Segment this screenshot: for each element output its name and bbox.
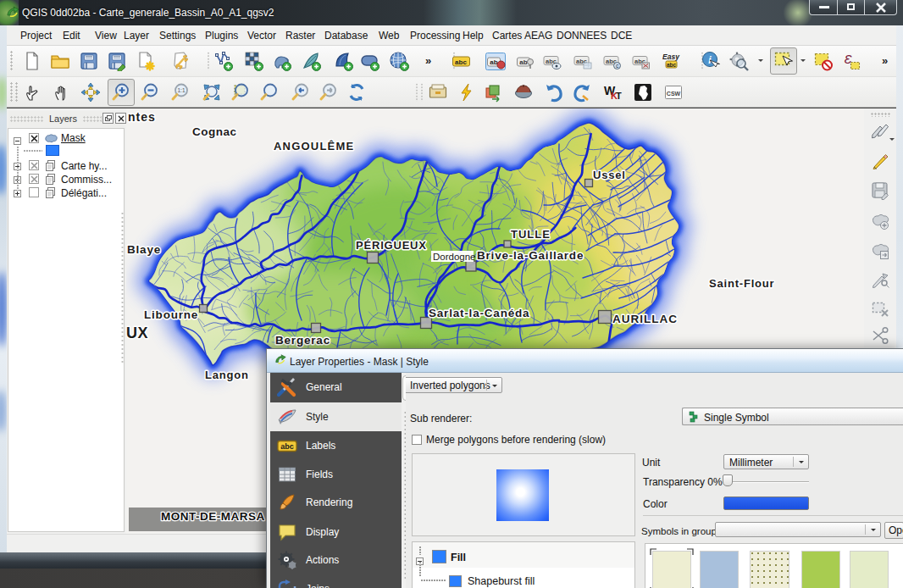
svg-text:MONT-DE-MARSA: MONT-DE-MARSA (161, 510, 265, 523)
svg-text:Bergerac: Bergerac (275, 334, 330, 347)
svg-text:ab: ab (490, 58, 497, 66)
svg-text:Blaye: Blaye (127, 243, 161, 256)
svg-text:abc: abc (667, 62, 677, 68)
svg-text:»: » (425, 54, 431, 67)
svg-text:Saint-Flour: Saint-Flour (709, 277, 774, 290)
svg-text:abc: abc (280, 442, 294, 451)
svg-text:1:1: 1:1 (177, 87, 185, 93)
svg-text:Libourne: Libourne (144, 308, 198, 321)
svg-text:AURILLAC: AURILLAC (612, 313, 678, 325)
svg-text:PÉRIGUEUX: PÉRIGUEUX (356, 239, 427, 252)
svg-text:Ussel: Ussel (593, 169, 626, 181)
svg-text:ntes: ntes (128, 110, 156, 124)
svg-text:»: » (882, 54, 888, 67)
svg-text:Easy: Easy (662, 53, 680, 61)
svg-text:Langon: Langon (205, 369, 249, 381)
svg-text:ANGOULÊME: ANGOULÊME (274, 140, 354, 153)
svg-text:CSW: CSW (667, 91, 681, 97)
svg-text:UX: UX (126, 325, 148, 341)
svg-text:abc: abc (455, 58, 467, 66)
svg-text:Brive-la-Gaillarde: Brive-la-Gaillarde (477, 249, 584, 262)
svg-text:Sarlat-la-Canéda: Sarlat-la-Canéda (429, 307, 529, 319)
svg-text:Dordogne: Dordogne (433, 252, 476, 262)
svg-text:Cognac: Cognac (192, 125, 237, 138)
svg-text:ab: ab (519, 58, 527, 66)
svg-text:TULLE: TULLE (511, 228, 551, 241)
svg-text:T: T (616, 91, 622, 101)
